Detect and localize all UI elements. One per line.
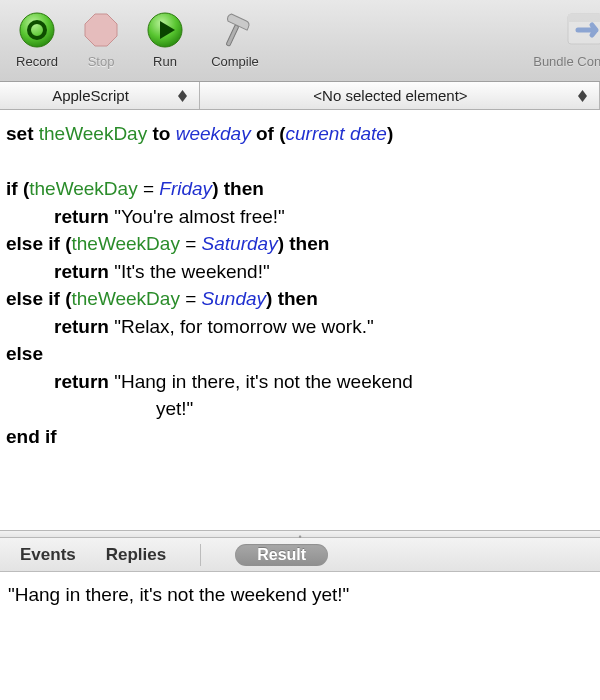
element-selector[interactable]: <No selected element> <box>200 82 600 109</box>
code-line: yet!" <box>6 395 594 423</box>
updown-icon <box>175 90 189 102</box>
dropdown-row: AppleScript <No selected element> <box>0 82 600 110</box>
code-line: if (theWeekDay = Friday) then <box>6 175 594 203</box>
stop-icon <box>79 8 123 52</box>
code-line: set theWeekDay to weekday of (current da… <box>6 120 594 148</box>
code-editor[interactable]: set theWeekDay to weekday of (current da… <box>0 110 600 530</box>
bundle-icon <box>562 8 600 52</box>
record-label: Record <box>16 54 58 69</box>
grip-icon: • <box>298 532 301 542</box>
language-label: AppleScript <box>16 87 165 104</box>
tab-replies[interactable]: Replies <box>106 545 166 565</box>
run-label: Run <box>153 54 177 69</box>
bundle-contents-button[interactable]: Bundle Conte <box>502 6 600 69</box>
stop-button: Stop <box>72 6 130 69</box>
tab-result[interactable]: Result <box>235 544 328 566</box>
svg-marker-2 <box>85 14 117 46</box>
record-button[interactable]: Record <box>8 6 66 69</box>
code-line: end if <box>6 423 594 451</box>
result-text: "Hang in there, it's not the weekend yet… <box>8 584 349 605</box>
bundle-label: Bundle Conte <box>533 54 600 69</box>
code-line: else if (theWeekDay = Saturday) then <box>6 230 594 258</box>
svg-rect-5 <box>226 25 239 47</box>
updown-icon <box>575 90 589 102</box>
toolbar: Record Stop Run Compile <box>0 0 600 82</box>
language-selector[interactable]: AppleScript <box>0 82 200 109</box>
svg-rect-7 <box>568 14 600 22</box>
code-line: else <box>6 340 594 368</box>
compile-button[interactable]: Compile <box>200 6 270 69</box>
stop-label: Stop <box>88 54 115 69</box>
svg-point-0 <box>20 13 54 47</box>
code-line: return "It's the weekend!" <box>6 258 594 286</box>
svg-marker-9 <box>178 96 187 102</box>
hammer-icon <box>213 8 257 52</box>
run-icon <box>143 8 187 52</box>
code-line: else if (theWeekDay = Sunday) then <box>6 285 594 313</box>
element-label: <No selected element> <box>216 87 565 104</box>
split-divider[interactable]: • <box>0 530 600 538</box>
code-line: return "Hang in there, it's not the week… <box>6 368 594 396</box>
compile-label: Compile <box>211 54 259 69</box>
tab-separator <box>200 544 201 566</box>
svg-marker-11 <box>578 96 587 102</box>
code-line: return "Relax, for tomorrow we work." <box>6 313 594 341</box>
result-pane: "Hang in there, it's not the weekend yet… <box>0 572 600 618</box>
code-line <box>6 148 594 176</box>
result-tabs: Events Replies Result <box>0 538 600 572</box>
record-icon <box>15 8 59 52</box>
code-line: return "You're almost free!" <box>6 203 594 231</box>
tab-events[interactable]: Events <box>20 545 76 565</box>
run-button[interactable]: Run <box>136 6 194 69</box>
